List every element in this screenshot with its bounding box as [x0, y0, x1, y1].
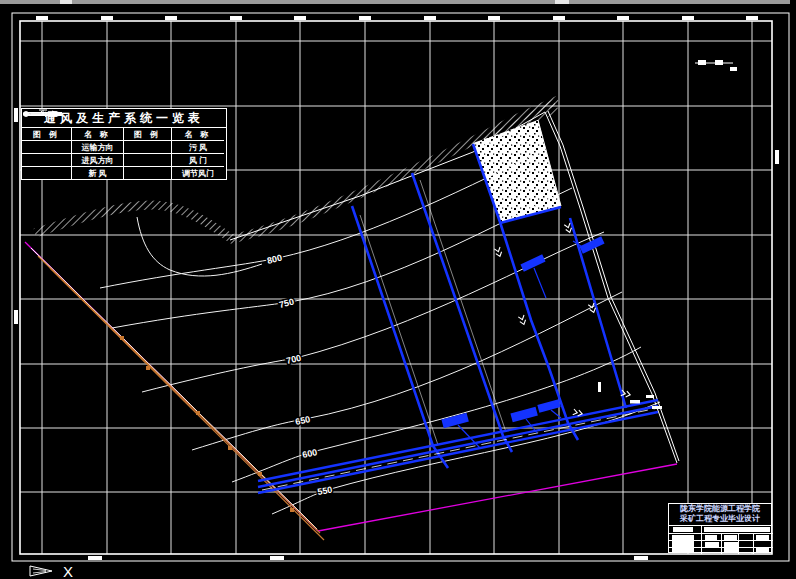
elevation-contours	[100, 152, 660, 514]
contour-label: 750	[278, 297, 295, 310]
north-flow-symbol	[695, 60, 737, 71]
air-regulator-symbol	[124, 167, 172, 179]
title-block-text	[705, 542, 719, 547]
transport-direction-symbol	[22, 141, 72, 154]
window-edge-strip	[0, 0, 790, 4]
title-block-text	[756, 535, 769, 541]
title-block-text	[705, 535, 717, 540]
legend-header: 图 例	[22, 128, 72, 141]
legend-table: 通风及生产系统一览表 图 例 名 称 图 例 名 称 运输方向 污 风 进	[21, 108, 227, 180]
contour-label: 600	[301, 447, 318, 460]
ucs-icon: X	[30, 563, 73, 579]
title-block-text	[756, 548, 769, 553]
title-block-text	[672, 535, 694, 547]
survey-grid	[20, 21, 772, 554]
border-tick-marks	[14, 16, 779, 560]
foul-air-symbol	[124, 141, 172, 154]
legend-name: 调节风门	[172, 167, 224, 179]
ucs-x-label: X	[63, 563, 73, 579]
legend-name: 进风方向	[72, 154, 124, 167]
title-block-text	[672, 548, 694, 553]
air-door-symbol	[124, 154, 172, 167]
legend-header: 名 称	[72, 128, 124, 141]
cad-drawing-sheet: 800 750 700 650 600 550	[0, 0, 796, 579]
title-block-gridline	[753, 533, 754, 554]
title-block-divider	[669, 525, 771, 526]
title-block-text	[724, 542, 738, 547]
sheet-border	[12, 13, 789, 561]
title-block-text	[673, 527, 693, 532]
legend-header: 名 称	[172, 128, 224, 141]
contour-label: 800	[266, 253, 283, 266]
institution-line: 陇东学院能源工程学院	[669, 504, 771, 514]
title-block: 陇东学院能源工程学院 采矿工程专业毕业设计	[668, 503, 772, 553]
ventilation-arrows	[494, 223, 631, 417]
fresh-air-direction-symbol	[22, 154, 72, 167]
incline-1	[352, 206, 448, 468]
inclined-tunnels	[352, 144, 626, 468]
drawing-number-bar	[704, 527, 770, 532]
project-line: 采矿工程专业毕业设计	[669, 514, 771, 524]
legend-name: 风 门	[172, 154, 224, 167]
contour-label: 650	[294, 414, 311, 427]
window-strip-mark	[555, 0, 569, 4]
title-block-text	[724, 535, 737, 541]
title-block-gridline	[721, 533, 722, 554]
contour-label: 550	[317, 485, 334, 497]
legend-header: 图 例	[124, 128, 172, 141]
mine-ventilation-plan-canvas: 800 750 700 650 600 550	[0, 0, 796, 579]
airflow-symbol	[22, 167, 72, 179]
legend-name: 新 风	[72, 167, 124, 179]
access-road-band	[31, 248, 324, 540]
title-block-gridline	[738, 533, 739, 554]
title-block-text	[724, 548, 738, 553]
lease-boundary-magenta	[25, 242, 677, 531]
legend-name: 污 风	[172, 141, 224, 154]
window-strip-mark	[60, 0, 72, 4]
legend-name: 运输方向	[72, 141, 124, 154]
